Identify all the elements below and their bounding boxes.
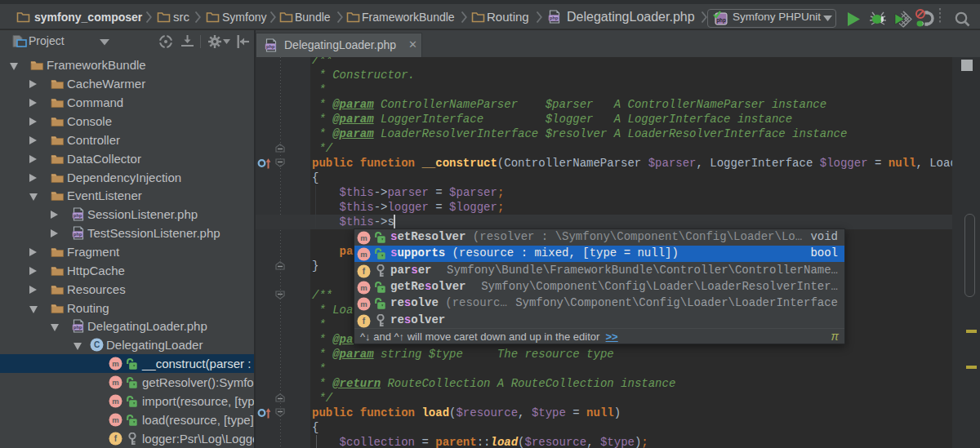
svg-text:php: php: [716, 17, 726, 24]
svg-text:m: m: [112, 378, 118, 387]
svg-text:php: php: [266, 44, 275, 49]
svg-text:php: php: [74, 232, 82, 237]
svg-text:C: C: [94, 341, 100, 350]
svg-text:php: php: [74, 213, 82, 218]
svg-text:m: m: [112, 397, 118, 406]
svg-text:m: m: [112, 359, 118, 368]
svg-text:m: m: [360, 299, 367, 308]
svg-text:m: m: [360, 250, 367, 259]
svg-text:php: php: [550, 16, 559, 20]
svg-text:m: m: [360, 233, 367, 242]
svg-text:m: m: [360, 283, 367, 292]
svg-text:m: m: [112, 415, 118, 424]
svg-text:php: php: [74, 326, 82, 330]
